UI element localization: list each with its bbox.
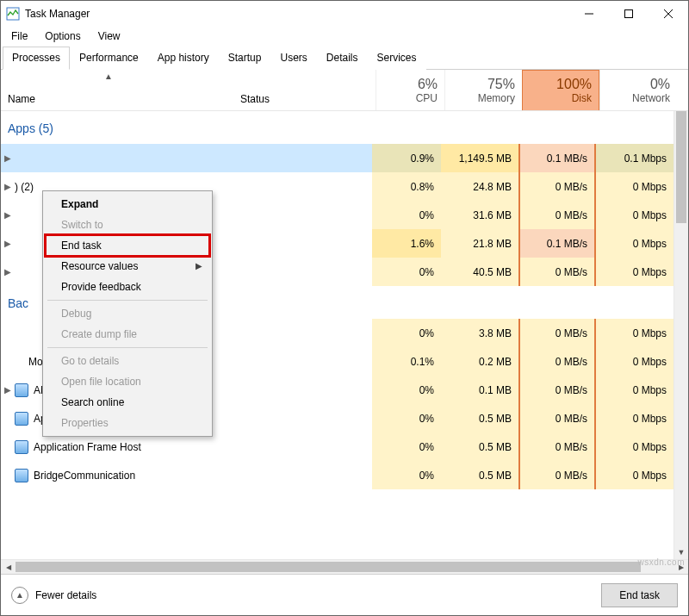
cell-mem: 0.5 MB xyxy=(441,432,518,461)
process-row[interactable]: ▶ 0.9% 1,149.5 MB 0.1 MB/s 0.1 Mbps xyxy=(1,144,673,172)
fewer-details-label: Fewer details xyxy=(35,589,96,601)
cell-mem: 0.5 MB xyxy=(441,404,518,432)
cell-net: 0 Mbps xyxy=(596,229,673,258)
chevron-up-icon: ▲ xyxy=(11,587,28,604)
cell-disk: 0 MB/s xyxy=(518,461,596,489)
ctx-properties: Properties xyxy=(46,413,209,433)
menu-separator xyxy=(47,300,208,301)
col-network[interactable]: 0% Network xyxy=(599,70,677,110)
tab-startup[interactable]: Startup xyxy=(219,47,271,70)
end-task-button[interactable]: End task xyxy=(601,583,678,607)
tab-performance[interactable]: Performance xyxy=(70,47,148,70)
expand-icon[interactable]: ▶ xyxy=(1,182,15,191)
col-cpu-label: CPU xyxy=(416,92,438,104)
cell-net: 0 Mbps xyxy=(596,258,673,286)
cell-disk: 0 MB/s xyxy=(518,258,596,286)
cell-disk: 0.1 MB/s xyxy=(518,144,596,172)
svg-rect-2 xyxy=(625,10,633,18)
expand-icon[interactable]: ▶ xyxy=(1,239,15,248)
scroll-down-icon[interactable]: ▼ xyxy=(674,544,688,559)
col-memory-label: Memory xyxy=(478,92,515,104)
cell-net: 0 Mbps xyxy=(596,404,673,432)
col-status-label: Status xyxy=(240,93,270,105)
ctx-go-to-details: Go to details xyxy=(46,351,209,371)
app-icon xyxy=(6,7,20,21)
cell-mem: 3.8 MB xyxy=(441,319,518,347)
memory-total-pct: 75% xyxy=(487,77,515,92)
menu-view[interactable]: View xyxy=(90,28,129,44)
cell-disk: 0 MB/s xyxy=(518,201,596,229)
cell-net: 0 Mbps xyxy=(596,347,673,376)
cell-mem: 1,149.5 MB xyxy=(441,144,518,172)
tab-users[interactable]: Users xyxy=(270,47,316,70)
network-total-pct: 0% xyxy=(650,77,670,92)
ctx-resource-values[interactable]: Resource values▶ xyxy=(46,256,209,277)
process-name: BridgeCommunication xyxy=(34,470,135,482)
context-menu: Expand Switch to End task Resource value… xyxy=(42,190,213,437)
ctx-provide-feedback[interactable]: Provide feedback xyxy=(46,277,209,297)
minimize-button[interactable] xyxy=(569,1,609,27)
tab-processes[interactable]: Processes xyxy=(3,47,70,70)
fewer-details-button[interactable]: ▲ Fewer details xyxy=(11,587,96,604)
expand-icon[interactable]: ▶ xyxy=(1,210,15,220)
expand-icon[interactable]: ▶ xyxy=(1,385,15,395)
cell-cpu: 0.9% xyxy=(372,144,441,172)
horizontal-scrollbar[interactable]: ◀ ▶ xyxy=(1,559,688,574)
process-icon xyxy=(15,469,28,482)
cell-cpu: 0% xyxy=(372,432,441,461)
cell-disk: 0 MB/s xyxy=(518,432,596,461)
cell-net: 0 Mbps xyxy=(596,172,673,201)
cell-cpu: 0% xyxy=(372,319,441,347)
process-name: Application Frame Host xyxy=(34,441,141,453)
menu-options[interactable]: Options xyxy=(36,28,89,44)
col-name[interactable]: ▲ Name xyxy=(1,70,240,110)
col-cpu[interactable]: 6% CPU xyxy=(376,70,444,110)
title-bar: Task Manager xyxy=(1,1,688,27)
ctx-debug: Debug xyxy=(46,303,209,324)
process-icon xyxy=(15,383,28,397)
disk-total-pct: 100% xyxy=(556,77,592,92)
expand-icon[interactable]: ▶ xyxy=(1,267,15,277)
cell-net: 0 Mbps xyxy=(596,461,673,489)
cell-mem: 24.8 MB xyxy=(441,172,518,201)
cell-cpu: 0% xyxy=(372,404,441,432)
close-button[interactable] xyxy=(649,1,688,27)
col-status[interactable]: Status xyxy=(240,70,335,110)
group-apps-title: Apps (5) xyxy=(1,111,673,144)
cell-disk: 0 MB/s xyxy=(518,319,596,347)
ctx-search-online[interactable]: Search online xyxy=(46,392,209,413)
col-memory[interactable]: 75% Memory xyxy=(444,70,522,110)
cell-net: 0 Mbps xyxy=(596,201,673,229)
cell-mem: 40.5 MB xyxy=(441,258,518,286)
scroll-thumb[interactable] xyxy=(676,111,686,223)
expand-icon[interactable]: ▶ xyxy=(1,153,15,163)
tab-details[interactable]: Details xyxy=(317,47,368,70)
ctx-end-task[interactable]: End task xyxy=(46,235,209,256)
submenu-arrow-icon: ▶ xyxy=(196,261,202,271)
scroll-left-icon[interactable]: ◀ xyxy=(1,563,16,571)
cell-net: 0 Mbps xyxy=(596,432,673,461)
cell-mem: 0.1 MB xyxy=(441,376,518,404)
tab-services[interactable]: Services xyxy=(368,47,426,70)
hscroll-thumb[interactable] xyxy=(16,562,641,572)
cell-mem: 31.6 MB xyxy=(441,201,518,229)
window-title: Task Manager xyxy=(25,8,90,20)
cell-net: 0.1 Mbps xyxy=(596,144,673,172)
process-row[interactable]: BridgeCommunication 0% 0.5 MB 0 MB/s 0 M… xyxy=(1,461,673,489)
process-name: ) (2) xyxy=(15,181,34,193)
vertical-scrollbar[interactable]: ▲ ▼ xyxy=(673,111,688,559)
cpu-total-pct: 6% xyxy=(418,77,438,92)
column-header: ▲ Name Status 6% CPU 75% Memory 100% Dis… xyxy=(1,70,688,111)
col-disk[interactable]: 100% Disk xyxy=(522,70,599,110)
cell-disk: 0 MB/s xyxy=(518,376,596,404)
scroll-right-icon[interactable]: ▶ xyxy=(673,563,688,571)
maximize-button[interactable] xyxy=(609,1,649,27)
ctx-expand[interactable]: Expand xyxy=(46,194,209,215)
col-network-label: Network xyxy=(632,92,670,104)
menu-file[interactable]: File xyxy=(3,28,36,44)
tab-app-history[interactable]: App history xyxy=(148,47,219,70)
process-icon xyxy=(15,412,28,426)
cell-disk: 0 MB/s xyxy=(518,347,596,376)
cell-mem: 21.8 MB xyxy=(441,229,518,258)
menu-separator xyxy=(47,347,208,348)
